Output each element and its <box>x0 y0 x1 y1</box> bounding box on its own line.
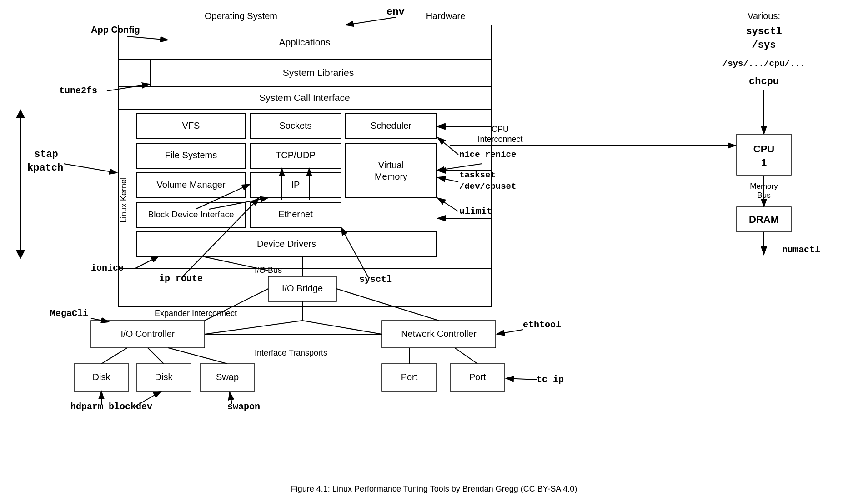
vmem-arrow <box>437 164 482 171</box>
ionice-arrow <box>135 256 159 268</box>
stap-arrow-down <box>16 250 25 259</box>
ethtool-tool: ethtool <box>523 320 561 330</box>
port1-label: Port <box>401 372 418 382</box>
tc-ip-tool: tc ip <box>537 374 564 385</box>
ip-route-tool: ip route <box>159 273 203 284</box>
io-bridge-nc-line <box>336 289 439 321</box>
io-disk2-line <box>148 348 164 364</box>
io-bridge-label: I/O Bridge <box>282 283 323 293</box>
swap-label: Swap <box>216 372 239 382</box>
diagram-container: text { font-family: Arial, sans-serif; f… <box>0 0 868 502</box>
linux-kernel-label: Linux Kernel <box>119 177 128 223</box>
sockets-label: Sockets <box>279 120 311 131</box>
ip-label: IP <box>291 180 300 190</box>
ionice-tool: ionice <box>91 263 124 273</box>
sysctl-sys-tool: sysctl <box>746 26 782 37</box>
stap-tool: stap <box>34 149 58 160</box>
io-swap-line <box>168 348 227 364</box>
filesystems-label: File Systems <box>165 150 217 160</box>
io-controller-label: I/O Controller <box>121 329 175 339</box>
vfs-label: VFS <box>182 120 200 131</box>
ethtool-arrow <box>497 330 523 334</box>
cpuset-tool: /dev/cpuset <box>459 181 516 191</box>
app-config-tool: App Config <box>91 25 140 35</box>
os-title: Operating System <box>205 11 277 21</box>
numactl-tool: numactl <box>782 245 820 255</box>
virtual-memory-label2: Memory <box>375 171 407 181</box>
figure-caption: Figure 4.1: Linux Performance Tuning Too… <box>291 484 577 494</box>
port2-label: Port <box>469 372 486 382</box>
nc-port2-line <box>455 348 477 364</box>
virtual-memory-box <box>346 143 437 198</box>
interface-transports-label: Interface Transports <box>255 348 327 357</box>
kpatch-tool: kpatch <box>27 162 63 174</box>
env-arrow <box>346 17 396 25</box>
env-tool: env <box>386 6 405 18</box>
disk2-label: Disk <box>155 372 173 382</box>
network-controller-label: Network Controller <box>401 329 477 339</box>
tc-ip-arrow <box>506 378 537 380</box>
dram-label: DRAM <box>749 214 779 225</box>
sysctl-bottom-tool: sysctl <box>359 274 392 285</box>
cpu1-label: CPU <box>753 143 774 155</box>
vm-label: Volume Manager <box>156 180 226 190</box>
ulimit-tool: ulimit <box>459 206 492 216</box>
megacli-tool: MegaCli <box>50 308 88 319</box>
io-disk1-line <box>101 348 127 364</box>
cpu-interconnect-label2: Interconnect <box>477 135 522 144</box>
cpu1-num: 1 <box>761 157 767 168</box>
sys-tool: /sys <box>752 40 776 51</box>
stap-arrow-up <box>16 109 25 118</box>
bridge-left-line <box>205 321 302 334</box>
disk1-label: Disk <box>93 372 111 382</box>
taskset-tool: taskset <box>459 170 496 180</box>
virtual-memory-label: Virtual <box>378 160 404 170</box>
cpu1-box <box>737 134 791 175</box>
scheduler-label: Scheduler <box>371 120 411 131</box>
chcpu-tool: chcpu <box>749 76 779 87</box>
nice-renice-tool: nice renice <box>459 150 516 160</box>
device-drivers-label: Device Drivers <box>257 239 316 249</box>
cpu-interconnect-label: CPU <box>492 125 509 134</box>
stap-kernel-arrow <box>64 164 117 173</box>
sys-cpu-tool: /sys/.../cpu/... <box>722 59 805 69</box>
tune2fs-tool: tune2fs <box>59 85 97 96</box>
bridge-right-line <box>302 321 382 334</box>
sci-label: System Call Interface <box>259 92 350 103</box>
hw-title: Hardware <box>426 11 466 21</box>
bdi-label: Block Device Interface <box>148 210 234 219</box>
various-title: Various: <box>748 11 780 21</box>
applications-label: Applications <box>279 37 330 47</box>
taskset-arrow <box>437 177 458 182</box>
ethernet-label: Ethernet <box>278 209 313 219</box>
tcpudp-label: TCP/UDP <box>276 150 316 160</box>
swapon-tool: swapon <box>227 402 260 412</box>
ulimit-arrow <box>437 198 458 211</box>
sys-libraries-label: System Libraries <box>283 67 354 78</box>
